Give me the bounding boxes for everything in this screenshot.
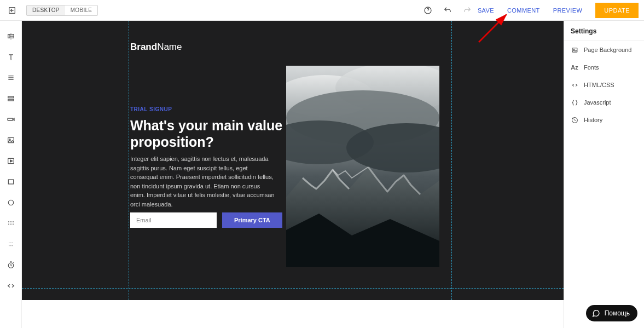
text-icon [7, 53, 15, 61]
settings-item-page-background[interactable]: Page Background [564, 41, 644, 59]
hero-headline[interactable]: What's your main value proposition? [130, 117, 283, 150]
image-icon [7, 136, 15, 145]
svg-point-13 [12, 243, 13, 243]
box-icon [7, 177, 15, 186]
svg-rect-3 [8, 96, 14, 98]
help-chat-button[interactable]: Помощь [586, 305, 637, 321]
svg-point-11 [9, 243, 9, 243]
slider-icon [7, 219, 15, 228]
page-canvas[interactable]: BrandName TRIAL SIGNUP What's your main … [22, 21, 564, 300]
brand-bold: Brand [130, 42, 157, 52]
settings-item-label: Javascript [584, 99, 611, 106]
section-icon [7, 32, 15, 41]
hero-body[interactable]: Integer elit sapien, sagittis non lectus… [130, 154, 275, 209]
email-field[interactable] [130, 212, 217, 228]
preview-button[interactable]: PREVIEW [553, 7, 583, 14]
script-icon: Az [571, 64, 578, 71]
update-button[interactable]: UPDATE [595, 3, 639, 18]
list-tool[interactable] [5, 93, 16, 104]
guide-horizontal [22, 288, 564, 289]
embed-icon [7, 281, 15, 290]
svg-point-12 [10, 243, 11, 243]
svg-rect-24 [572, 48, 577, 52]
image-tool[interactable] [5, 135, 16, 146]
guide-vertical [451, 21, 452, 300]
text-tool[interactable] [5, 51, 16, 62]
svg-point-15 [10, 245, 11, 246]
device-mobile-button[interactable]: MOBILE [65, 5, 98, 15]
settings-item-label: HTML/CSS [584, 82, 614, 88]
box-tool[interactable] [5, 176, 16, 187]
svg-rect-5 [8, 118, 13, 120]
redo-icon[interactable] [462, 5, 472, 15]
settings-item-history[interactable]: History [564, 111, 644, 129]
chat-icon [591, 309, 600, 318]
paragraph-tool[interactable] [5, 72, 16, 83]
svg-rect-4 [8, 99, 14, 101]
settings-item-javascript[interactable]: Javascript [564, 94, 644, 111]
svg-point-16 [12, 245, 13, 246]
help-icon[interactable] [423, 5, 433, 15]
list-icon [7, 94, 15, 103]
settings-item-label: Fonts [584, 64, 599, 71]
video-icon [7, 157, 15, 165]
guide-vertical [129, 21, 129, 300]
device-desktop-button[interactable]: DESKTOP [27, 5, 65, 15]
settings-item-htmlcss[interactable]: HTML/CSS [564, 76, 644, 94]
form-icon [7, 115, 15, 124]
settings-item-label: Page Background [584, 47, 631, 53]
topbar-actions: SAVE COMMENT PREVIEW UPDATE [478, 3, 639, 18]
brand-logo[interactable]: BrandName [130, 42, 182, 53]
dots-tool[interactable] [5, 239, 16, 250]
brand-light: Name [157, 42, 182, 52]
hero-image[interactable] [286, 66, 439, 267]
braces-icon [571, 99, 578, 106]
svg-point-10 [8, 200, 13, 205]
history-icon [571, 116, 578, 124]
code-icon [571, 81, 578, 89]
settings-list: Page Background Az Fonts HTML/CSS Javasc… [564, 41, 644, 129]
circle-icon [7, 198, 15, 207]
settings-item-label: History [584, 117, 602, 123]
image-icon [571, 46, 578, 54]
section-tool[interactable] [5, 31, 16, 42]
exit-icon [8, 6, 16, 15]
circle-tool[interactable] [5, 197, 16, 208]
svg-point-14 [9, 245, 9, 246]
save-button[interactable]: SAVE [478, 7, 494, 14]
help-label: Помощь [605, 309, 630, 317]
settings-item-fonts[interactable]: Az Fonts [564, 59, 644, 76]
timer-tool[interactable] [5, 260, 16, 271]
settings-title: Settings [564, 21, 644, 41]
form-tool[interactable] [5, 114, 16, 125]
embed-tool[interactable] [5, 280, 16, 291]
device-toggle: DESKTOP MOBILE [26, 5, 98, 16]
settings-panel: Settings Page Background Az Fonts HTML/C… [564, 21, 644, 328]
timer-icon [7, 261, 15, 269]
undo-icon[interactable] [443, 5, 452, 15]
dots-icon [7, 240, 15, 249]
paragraph-icon [7, 73, 15, 82]
left-tool-rail [0, 21, 22, 328]
comment-button[interactable]: COMMENT [507, 7, 540, 14]
video-tool[interactable] [5, 156, 16, 166]
primary-cta-button[interactable]: Primary CTA [222, 212, 282, 228]
svg-rect-9 [8, 180, 13, 184]
svg-rect-6 [8, 137, 14, 142]
exit-button[interactable] [5, 4, 19, 17]
slider-tool[interactable] [5, 218, 16, 229]
hero-eyebrow[interactable]: TRIAL SIGNUP [130, 106, 172, 112]
topbar-icon-group [423, 5, 472, 15]
topbar: DESKTOP MOBILE SAVE COMMENT PREVIEW UPDA… [0, 0, 644, 21]
canvas-viewport: BrandName TRIAL SIGNUP What's your main … [22, 21, 564, 328]
